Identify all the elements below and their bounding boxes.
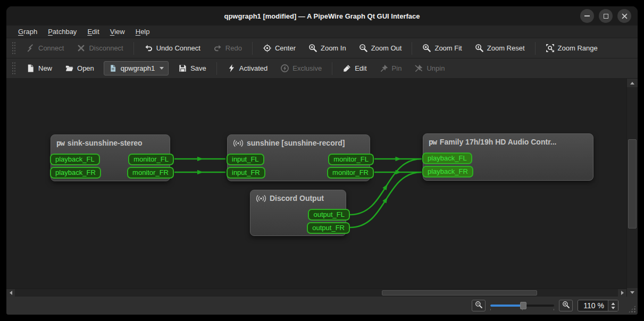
window-title: qpwgraph1 [modified] — A PipeWire Graph … <box>224 12 420 20</box>
center-icon <box>263 44 272 53</box>
zoom-out-button[interactable]: Zoom Out <box>354 41 407 55</box>
exclusive-icon <box>280 64 289 73</box>
port-playback_FR[interactable]: playback_FR <box>50 167 101 179</box>
port-playback_FR[interactable]: playback_FR <box>422 166 473 178</box>
vertical-scrollbar-track[interactable] <box>627 87 638 288</box>
unpin-icon <box>414 64 423 73</box>
scroll-right-button[interactable] <box>618 289 626 297</box>
minimize-button[interactable] <box>580 9 594 23</box>
center-button[interactable]: Center <box>257 41 301 55</box>
scroll-down-button[interactable] <box>627 288 638 297</box>
zoom-reset-button[interactable]: Zoom Reset <box>470 41 530 55</box>
vertical-scrollbar-thumb[interactable] <box>628 139 637 229</box>
zoom-in-button[interactable]: Zoom In <box>303 41 352 55</box>
broadcast-icon <box>233 139 244 147</box>
port-monitor_FL[interactable]: monitor_FL <box>328 154 374 165</box>
toolbar-grip[interactable] <box>12 41 15 55</box>
titlebar[interactable]: qpwgraph1 [modified] — A PipeWire Graph … <box>6 6 638 26</box>
connect-button[interactable]: Connect <box>21 41 69 55</box>
port-monitor_FR[interactable]: monitor_FR <box>327 167 374 179</box>
broadcast-icon <box>256 195 266 202</box>
menu-help[interactable]: Help <box>130 27 155 37</box>
new-button[interactable]: New <box>21 61 57 75</box>
vertical-scrollbar[interactable] <box>626 79 638 297</box>
zoom-fit-button[interactable]: Zoom Fit <box>417 41 467 55</box>
zoom-spinbox[interactable]: 110 % <box>578 300 618 311</box>
toolbar-file: NewOpenqpwgraph1SaveActivatedExclusiveEd… <box>6 58 638 79</box>
exclusive-button[interactable]: Exclusive <box>275 61 327 75</box>
zoom-slider[interactable] <box>490 300 554 311</box>
zoom-out-button[interactable] <box>472 300 486 311</box>
minimize-icon <box>584 15 590 16</box>
horizontal-scrollbar-track[interactable] <box>15 289 618 297</box>
menu-patchbay[interactable]: Patchbay <box>43 27 82 37</box>
port-monitor_FL[interactable]: monitor_FL <box>128 154 174 165</box>
zoom-in-button[interactable] <box>559 300 573 311</box>
node-title: Family 17h/19h HD Audio Contr... <box>440 138 557 146</box>
pin-icon <box>380 64 389 73</box>
redo-icon <box>213 44 222 53</box>
patchbay-select[interactable]: qpwgraph1 <box>104 61 169 75</box>
scroll-up-button[interactable] <box>627 79 638 87</box>
disconnect-icon <box>77 44 86 53</box>
toolbar-grip[interactable] <box>12 62 15 75</box>
pin-button[interactable]: Pin <box>374 61 407 75</box>
unpin-button[interactable]: Unpin <box>409 61 450 75</box>
slider-handle[interactable] <box>520 302 526 309</box>
resize-grip[interactable] <box>628 305 636 313</box>
port-output_FL[interactable]: output_FL <box>308 209 350 221</box>
node-discord-output[interactable]: Discord Outputoutput_FLoutput_FR <box>250 190 346 236</box>
pipewire-icon: pw <box>429 138 437 146</box>
menu-graph[interactable]: Graph <box>13 27 43 37</box>
open-button[interactable]: Open <box>60 61 99 75</box>
maximize-button[interactable] <box>599 9 613 23</box>
graph-canvas[interactable]: pwsink-sunshine-stereoplayback_FLplaybac… <box>6 79 626 289</box>
zoom-range-button[interactable]: Zoom Range <box>540 41 603 55</box>
chevron-down-icon <box>160 67 164 70</box>
port-input_FR[interactable]: input_FR <box>227 167 265 179</box>
toolbar-separator <box>412 42 412 55</box>
zoom-steppers[interactable] <box>608 300 618 311</box>
port-input_FL[interactable]: input_FL <box>227 154 264 165</box>
slider-tick <box>554 309 554 310</box>
node-header: sunshine [sunshine-record] <box>228 135 370 151</box>
port-playback_FL[interactable]: playback_FL <box>50 154 100 165</box>
undo-connect-button[interactable]: Undo Connect <box>139 41 206 55</box>
toolbar-separator <box>216 62 217 75</box>
save-button[interactable]: Save <box>173 61 212 75</box>
activated-icon <box>227 64 236 73</box>
toolbar-separator <box>252 42 253 55</box>
menubar: GraphPatchbayEditViewHelp <box>6 26 638 38</box>
open-icon <box>65 64 74 73</box>
edit-button[interactable]: Edit <box>337 61 372 75</box>
arrow-right-icon <box>621 291 624 295</box>
close-button[interactable] <box>617 9 631 23</box>
port-monitor_FR[interactable]: monitor_FR <box>127 167 174 179</box>
save-icon <box>178 64 187 73</box>
activated-button[interactable]: Activated <box>222 61 273 75</box>
redo-button[interactable]: Redo <box>208 41 247 55</box>
horizontal-scrollbar[interactable] <box>6 289 626 297</box>
zoom-in-icon <box>562 301 570 311</box>
node-title: sink-sunshine-stereo <box>68 139 143 147</box>
maximize-icon <box>604 14 608 19</box>
close-icon <box>622 13 628 19</box>
scroll-left-button[interactable] <box>6 289 15 297</box>
spin-down-icon <box>611 307 615 309</box>
horizontal-scrollbar-thumb[interactable] <box>382 290 537 295</box>
port-output_FR[interactable]: output_FR <box>307 222 350 234</box>
toolbar-separator <box>332 62 332 75</box>
zoom-out-icon <box>359 44 368 53</box>
node-family-hd-audio[interactable]: pwFamily 17h/19h HD Audio Contr...playba… <box>423 133 593 181</box>
node-sunshine[interactable]: sunshine [sunshine-record]input_FLinput_… <box>227 134 370 181</box>
patchbay-select-value: qpwgraph1 <box>121 64 155 72</box>
port-playback_FL[interactable]: playback_FL <box>422 153 472 164</box>
menu-view[interactable]: View <box>105 27 130 37</box>
node-sink-sunshine-stereo[interactable]: pwsink-sunshine-stereoplayback_FLplaybac… <box>51 134 170 181</box>
menu-edit[interactable]: Edit <box>82 27 104 37</box>
node-header: pwFamily 17h/19h HD Audio Contr... <box>423 134 593 150</box>
zoom-in-icon <box>308 44 317 53</box>
disconnect-button[interactable]: Disconnect <box>71 41 128 55</box>
arrow-left-icon <box>10 291 12 295</box>
connect-icon <box>26 44 35 53</box>
